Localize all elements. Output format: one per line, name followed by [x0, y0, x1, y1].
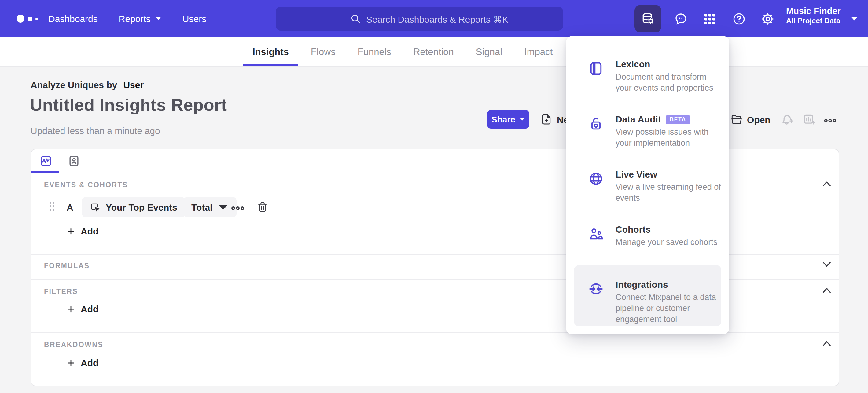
nav-item-users-label: Users	[183, 13, 206, 24]
section-label-events-cohorts: EVENTS & COHORTS	[44, 181, 128, 189]
tab-flows[interactable]: Flows	[311, 37, 336, 66]
report-title[interactable]: Untitled Insights Report	[30, 95, 227, 115]
plus-icon	[67, 358, 75, 367]
aggregation-chevron-down-icon	[217, 202, 228, 213]
top-nav: Dashboards Reports Users	[0, 0, 868, 37]
tab-signal[interactable]: Signal	[476, 37, 502, 66]
integrations-sync-icon	[588, 281, 604, 297]
search-input[interactable]	[276, 7, 655, 32]
cohorts-people-icon	[588, 226, 604, 242]
collapse-filters-chevron-up-icon[interactable]	[822, 286, 832, 294]
project-name: Music Finder	[786, 5, 847, 17]
add-breakdown-button[interactable]: Add	[67, 358, 98, 368]
global-search[interactable]	[276, 7, 563, 31]
menu-item-description: Connect Mixpanel to a data pipeline or c…	[616, 292, 724, 325]
share-button[interactable]: Share	[487, 110, 529, 129]
tab-impact[interactable]: Impact	[524, 37, 553, 66]
data-management-button[interactable]	[634, 5, 661, 32]
nav-item-dashboards[interactable]: Dashboards	[48, 13, 98, 24]
project-scope: All Project Data	[786, 17, 847, 26]
profiles-view-tab-user-icon[interactable]	[67, 154, 81, 168]
project-chevron-down-icon[interactable]	[851, 17, 858, 22]
nav-item-reports[interactable]: Reports	[119, 13, 162, 24]
analyze-label: Analyze Uniques by	[31, 80, 117, 90]
event-row-letter: A	[67, 202, 73, 213]
collapse-breakdowns-chevron-up-icon[interactable]	[822, 340, 832, 347]
menu-item-description: Document and transform your events and p…	[616, 72, 724, 94]
open-report-button[interactable]: Open	[731, 113, 771, 125]
add-event-label: Add	[81, 226, 98, 236]
project-selector[interactable]: Music Finder All Project Data	[786, 5, 847, 26]
add-breakdown-label: Add	[81, 358, 98, 368]
active-view-underline	[31, 171, 59, 173]
section-label-formulas: FORMULAS	[44, 262, 90, 269]
analyze-uniques-row: Analyze Uniques by User	[31, 80, 144, 90]
lexicon-book-icon	[588, 61, 604, 77]
open-folder-icon	[731, 113, 743, 125]
add-filter-button[interactable]: Add	[67, 304, 98, 314]
aggregation-selector-pill[interactable]: Total	[183, 197, 236, 217]
section-label-breakdowns: BREAKDOWNS	[44, 341, 103, 348]
tab-retention[interactable]: Retention	[413, 37, 454, 66]
open-button-label: Open	[747, 114, 771, 124]
add-event-button[interactable]: Add	[67, 226, 98, 236]
nav-links: Dashboards Reports Users	[48, 0, 206, 37]
data-management-menu: Lexicon Document and transform your even…	[566, 36, 729, 334]
mixpanel-logo-icon[interactable]	[17, 0, 38, 37]
nav-item-users[interactable]: Users	[183, 13, 206, 24]
share-chevron-down-icon	[520, 117, 525, 121]
mixpanel-app: Dashboards Reports Users	[0, 0, 868, 393]
help-icon[interactable]	[732, 11, 746, 26]
metrics-view-tab-pulse-icon[interactable]	[39, 154, 53, 168]
tab-insights[interactable]: Insights	[252, 37, 289, 66]
feedback-icon[interactable]	[674, 11, 688, 26]
expand-formulas-chevron-down-icon[interactable]	[822, 261, 832, 268]
database-gear-icon	[641, 11, 655, 26]
new-document-plus-icon	[540, 113, 553, 125]
menu-item-title: Cohorts	[616, 224, 651, 234]
report-updated-text: Updated less than a minute ago	[31, 125, 160, 136]
apps-grid-icon[interactable]	[702, 11, 717, 26]
section-label-filters: FILTERS	[44, 288, 78, 295]
report-tab-bar: Insights Flows Funnels Retention Signal …	[0, 37, 868, 67]
tab-funnels[interactable]: Funnels	[358, 37, 391, 66]
menu-item-title: Integrations	[616, 279, 668, 289]
data-audit-lock-icon	[588, 116, 604, 132]
add-to-board-chart-icon[interactable]	[803, 113, 816, 127]
nav-item-dashboards-label: Dashboards	[48, 13, 98, 24]
live-view-globe-icon	[588, 171, 604, 187]
delete-event-trash-icon[interactable]	[256, 200, 269, 214]
collapse-events-chevron-up-icon[interactable]	[822, 180, 832, 187]
plus-icon	[67, 227, 75, 235]
more-options-icon[interactable]	[824, 114, 837, 127]
event-cursor-click-icon	[90, 202, 101, 213]
event-name-label: Your Top Events	[106, 202, 177, 213]
create-alert-bell-icon[interactable]	[781, 113, 794, 127]
menu-item-description: View possible issues with your implement…	[616, 127, 724, 149]
menu-item-description: Manage your saved cohorts	[616, 237, 724, 248]
menu-item-title: Lexicon	[616, 59, 650, 69]
analyze-value-selector[interactable]: User	[123, 80, 144, 90]
menu-item-description: View a live streaming feed of events	[616, 182, 724, 204]
menu-item-title: Data AuditBETA	[616, 114, 690, 125]
settings-gear-icon[interactable]	[761, 11, 775, 26]
aggregation-label: Total	[191, 202, 212, 213]
beta-badge: BETA	[666, 115, 690, 124]
menu-item-title: Live View	[616, 169, 657, 179]
report-tabs: Insights Flows Funnels Retention Signal …	[252, 37, 553, 66]
plus-icon	[67, 305, 75, 313]
chevron-down-icon	[156, 17, 162, 21]
drag-handle-icon[interactable]	[48, 201, 56, 212]
add-filter-label: Add	[81, 304, 98, 314]
event-row-more-options-icon[interactable]	[230, 201, 245, 216]
share-button-label: Share	[492, 114, 515, 124]
event-selector-pill[interactable]: Your Top Events	[82, 197, 185, 217]
nav-item-reports-label: Reports	[119, 13, 151, 24]
